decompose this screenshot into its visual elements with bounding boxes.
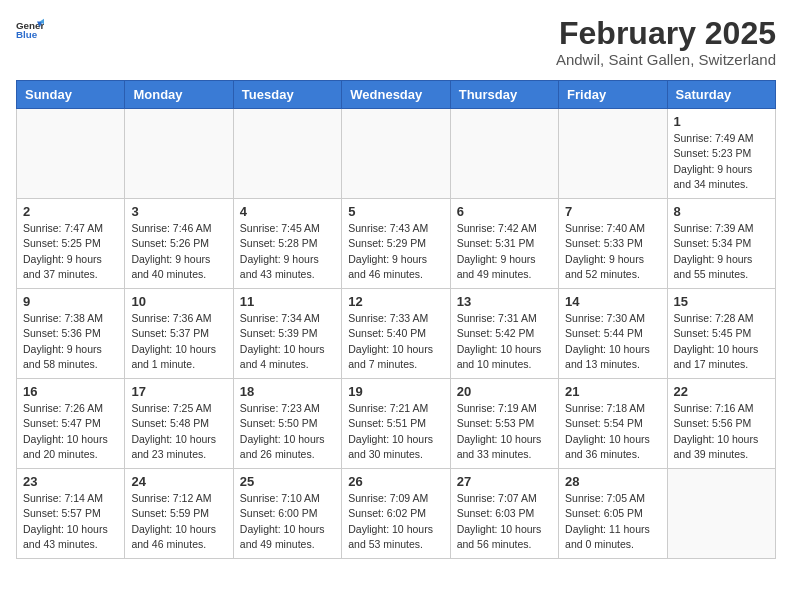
calendar-week-1: 1Sunrise: 7:49 AMSunset: 5:23 PMDaylight…	[17, 109, 776, 199]
day-number: 11	[240, 294, 335, 309]
calendar-week-5: 23Sunrise: 7:14 AMSunset: 5:57 PMDayligh…	[17, 469, 776, 559]
day-info: Sunrise: 7:25 AMSunset: 5:48 PMDaylight:…	[131, 401, 226, 462]
day-info: Sunrise: 7:14 AMSunset: 5:57 PMDaylight:…	[23, 491, 118, 552]
column-header-wednesday: Wednesday	[342, 81, 450, 109]
calendar-cell	[233, 109, 341, 199]
month-title: February 2025	[556, 16, 776, 51]
day-number: 19	[348, 384, 443, 399]
calendar-cell	[342, 109, 450, 199]
svg-text:Blue: Blue	[16, 29, 38, 40]
day-number: 23	[23, 474, 118, 489]
calendar-cell: 21Sunrise: 7:18 AMSunset: 5:54 PMDayligh…	[559, 379, 667, 469]
calendar-header-row: SundayMondayTuesdayWednesdayThursdayFrid…	[17, 81, 776, 109]
column-header-friday: Friday	[559, 81, 667, 109]
day-info: Sunrise: 7:18 AMSunset: 5:54 PMDaylight:…	[565, 401, 660, 462]
day-number: 6	[457, 204, 552, 219]
day-number: 14	[565, 294, 660, 309]
calendar-cell: 9Sunrise: 7:38 AMSunset: 5:36 PMDaylight…	[17, 289, 125, 379]
day-info: Sunrise: 7:38 AMSunset: 5:36 PMDaylight:…	[23, 311, 118, 372]
day-info: Sunrise: 7:31 AMSunset: 5:42 PMDaylight:…	[457, 311, 552, 372]
calendar-cell: 19Sunrise: 7:21 AMSunset: 5:51 PMDayligh…	[342, 379, 450, 469]
calendar-cell	[450, 109, 558, 199]
day-number: 5	[348, 204, 443, 219]
calendar-cell: 7Sunrise: 7:40 AMSunset: 5:33 PMDaylight…	[559, 199, 667, 289]
calendar-cell: 22Sunrise: 7:16 AMSunset: 5:56 PMDayligh…	[667, 379, 775, 469]
day-info: Sunrise: 7:46 AMSunset: 5:26 PMDaylight:…	[131, 221, 226, 282]
day-number: 26	[348, 474, 443, 489]
calendar-cell: 25Sunrise: 7:10 AMSunset: 6:00 PMDayligh…	[233, 469, 341, 559]
day-number: 3	[131, 204, 226, 219]
calendar-cell: 16Sunrise: 7:26 AMSunset: 5:47 PMDayligh…	[17, 379, 125, 469]
day-info: Sunrise: 7:45 AMSunset: 5:28 PMDaylight:…	[240, 221, 335, 282]
calendar-cell: 17Sunrise: 7:25 AMSunset: 5:48 PMDayligh…	[125, 379, 233, 469]
calendar-cell: 8Sunrise: 7:39 AMSunset: 5:34 PMDaylight…	[667, 199, 775, 289]
day-info: Sunrise: 7:26 AMSunset: 5:47 PMDaylight:…	[23, 401, 118, 462]
day-number: 2	[23, 204, 118, 219]
calendar-cell	[17, 109, 125, 199]
day-info: Sunrise: 7:34 AMSunset: 5:39 PMDaylight:…	[240, 311, 335, 372]
day-info: Sunrise: 7:21 AMSunset: 5:51 PMDaylight:…	[348, 401, 443, 462]
day-info: Sunrise: 7:10 AMSunset: 6:00 PMDaylight:…	[240, 491, 335, 552]
calendar-cell: 2Sunrise: 7:47 AMSunset: 5:25 PMDaylight…	[17, 199, 125, 289]
day-number: 18	[240, 384, 335, 399]
title-area: February 2025 Andwil, Saint Gallen, Swit…	[556, 16, 776, 68]
day-info: Sunrise: 7:05 AMSunset: 6:05 PMDaylight:…	[565, 491, 660, 552]
day-number: 27	[457, 474, 552, 489]
day-number: 25	[240, 474, 335, 489]
calendar-week-3: 9Sunrise: 7:38 AMSunset: 5:36 PMDaylight…	[17, 289, 776, 379]
logo-icon: General Blue	[16, 16, 44, 44]
day-info: Sunrise: 7:39 AMSunset: 5:34 PMDaylight:…	[674, 221, 769, 282]
calendar-cell: 5Sunrise: 7:43 AMSunset: 5:29 PMDaylight…	[342, 199, 450, 289]
day-number: 7	[565, 204, 660, 219]
calendar-cell: 26Sunrise: 7:09 AMSunset: 6:02 PMDayligh…	[342, 469, 450, 559]
day-info: Sunrise: 7:30 AMSunset: 5:44 PMDaylight:…	[565, 311, 660, 372]
column-header-saturday: Saturday	[667, 81, 775, 109]
calendar-table: SundayMondayTuesdayWednesdayThursdayFrid…	[16, 80, 776, 559]
calendar-cell	[125, 109, 233, 199]
calendar-cell: 12Sunrise: 7:33 AMSunset: 5:40 PMDayligh…	[342, 289, 450, 379]
calendar-cell	[667, 469, 775, 559]
day-number: 1	[674, 114, 769, 129]
day-info: Sunrise: 7:09 AMSunset: 6:02 PMDaylight:…	[348, 491, 443, 552]
column-header-thursday: Thursday	[450, 81, 558, 109]
calendar-cell: 10Sunrise: 7:36 AMSunset: 5:37 PMDayligh…	[125, 289, 233, 379]
day-number: 17	[131, 384, 226, 399]
calendar-cell: 3Sunrise: 7:46 AMSunset: 5:26 PMDaylight…	[125, 199, 233, 289]
calendar-week-2: 2Sunrise: 7:47 AMSunset: 5:25 PMDaylight…	[17, 199, 776, 289]
day-info: Sunrise: 7:28 AMSunset: 5:45 PMDaylight:…	[674, 311, 769, 372]
day-info: Sunrise: 7:36 AMSunset: 5:37 PMDaylight:…	[131, 311, 226, 372]
day-info: Sunrise: 7:19 AMSunset: 5:53 PMDaylight:…	[457, 401, 552, 462]
day-number: 16	[23, 384, 118, 399]
column-header-tuesday: Tuesday	[233, 81, 341, 109]
day-number: 8	[674, 204, 769, 219]
calendar-cell: 13Sunrise: 7:31 AMSunset: 5:42 PMDayligh…	[450, 289, 558, 379]
day-info: Sunrise: 7:33 AMSunset: 5:40 PMDaylight:…	[348, 311, 443, 372]
day-number: 24	[131, 474, 226, 489]
day-number: 28	[565, 474, 660, 489]
calendar-cell: 27Sunrise: 7:07 AMSunset: 6:03 PMDayligh…	[450, 469, 558, 559]
day-info: Sunrise: 7:07 AMSunset: 6:03 PMDaylight:…	[457, 491, 552, 552]
day-info: Sunrise: 7:49 AMSunset: 5:23 PMDaylight:…	[674, 131, 769, 192]
calendar-week-4: 16Sunrise: 7:26 AMSunset: 5:47 PMDayligh…	[17, 379, 776, 469]
day-number: 12	[348, 294, 443, 309]
calendar-cell: 1Sunrise: 7:49 AMSunset: 5:23 PMDaylight…	[667, 109, 775, 199]
day-number: 15	[674, 294, 769, 309]
calendar-cell: 23Sunrise: 7:14 AMSunset: 5:57 PMDayligh…	[17, 469, 125, 559]
day-number: 10	[131, 294, 226, 309]
calendar-cell: 24Sunrise: 7:12 AMSunset: 5:59 PMDayligh…	[125, 469, 233, 559]
day-info: Sunrise: 7:40 AMSunset: 5:33 PMDaylight:…	[565, 221, 660, 282]
day-number: 9	[23, 294, 118, 309]
column-header-monday: Monday	[125, 81, 233, 109]
day-number: 13	[457, 294, 552, 309]
day-info: Sunrise: 7:12 AMSunset: 5:59 PMDaylight:…	[131, 491, 226, 552]
day-info: Sunrise: 7:42 AMSunset: 5:31 PMDaylight:…	[457, 221, 552, 282]
calendar-cell: 4Sunrise: 7:45 AMSunset: 5:28 PMDaylight…	[233, 199, 341, 289]
calendar-cell: 14Sunrise: 7:30 AMSunset: 5:44 PMDayligh…	[559, 289, 667, 379]
day-info: Sunrise: 7:43 AMSunset: 5:29 PMDaylight:…	[348, 221, 443, 282]
calendar-cell: 11Sunrise: 7:34 AMSunset: 5:39 PMDayligh…	[233, 289, 341, 379]
day-info: Sunrise: 7:47 AMSunset: 5:25 PMDaylight:…	[23, 221, 118, 282]
location-subtitle: Andwil, Saint Gallen, Switzerland	[556, 51, 776, 68]
day-number: 4	[240, 204, 335, 219]
day-info: Sunrise: 7:23 AMSunset: 5:50 PMDaylight:…	[240, 401, 335, 462]
page-header: General Blue February 2025 Andwil, Saint…	[16, 16, 776, 68]
